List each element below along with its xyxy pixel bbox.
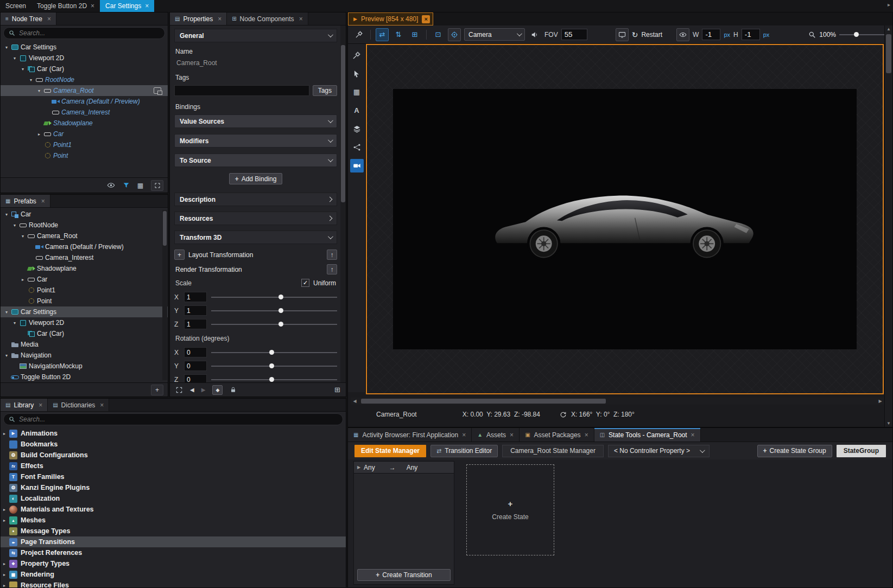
scrollbar-thumb[interactable] [886, 34, 891, 73]
tree-item[interactable]: Point [1, 296, 168, 306]
expander-icon[interactable]: ▾ [11, 56, 18, 61]
tree-item[interactable]: ▸ Car [1, 274, 168, 285]
axis-value-input[interactable] [184, 361, 207, 371]
tags-input[interactable] [174, 85, 309, 96]
tab-preview[interactable]: ▶ Preview [854 x 480] × [348, 12, 433, 25]
library-item[interactable]: Page Transitions [1, 536, 346, 547]
restart-button[interactable]: ↻ Restart [632, 30, 662, 39]
expander-icon[interactable]: ▾ [19, 234, 27, 239]
tree-item[interactable]: Media [1, 339, 168, 350]
library-item[interactable]: ▸ Property Types [1, 558, 346, 569]
tree-item[interactable]: Camera_Interest [1, 252, 168, 263]
scrollbar-thumb[interactable] [163, 211, 167, 246]
tab-prefabs[interactable]: ▦ Prefabs × [1, 195, 50, 207]
camera-select[interactable]: Camera [464, 28, 525, 41]
close-icon[interactable]: × [510, 431, 514, 439]
slider-handle[interactable] [278, 308, 283, 313]
tree-item[interactable]: Camera (Default / Preview) [1, 241, 168, 252]
tab-node-tree[interactable]: ≡ Node Tree × [1, 12, 56, 25]
close-icon[interactable]: × [91, 2, 94, 10]
width-input[interactable] [702, 29, 720, 40]
collapsed-section-header[interactable]: Resources [174, 212, 337, 225]
main-tab[interactable]: Toggle Button 2D × [31, 0, 100, 12]
add-binding-button[interactable]: + Add Binding [229, 173, 283, 184]
expander-icon[interactable]: ▾ [27, 78, 35, 82]
library-item[interactable]: Build Configurations [1, 450, 346, 461]
collapsed-section-header[interactable]: Description [174, 193, 337, 206]
pop-out-icon[interactable] [151, 180, 163, 191]
main-tab[interactable]: Car Settings × [100, 0, 154, 12]
axis-slider[interactable] [211, 375, 337, 383]
axis-value-input[interactable] [184, 292, 207, 302]
tree-item[interactable]: ▾ RootNode [1, 74, 168, 85]
binding-dropdown[interactable]: Modifiers [174, 134, 337, 148]
zoom-slider[interactable] [839, 30, 888, 39]
scroll-up-icon[interactable]: ▲ [885, 25, 892, 33]
add-layout-transformation-icon[interactable]: + [174, 250, 185, 260]
tree-item[interactable]: ▾ Viewport 2D [1, 317, 168, 328]
tree-item[interactable]: ▸ Car [1, 129, 168, 139]
scrollbar-thumb[interactable] [341, 45, 345, 202]
close-icon[interactable]: × [41, 197, 45, 205]
expander-icon[interactable]: ▸ [1, 518, 8, 523]
layers-tool-icon[interactable] [350, 122, 364, 136]
expander-icon[interactable]: ▸ [1, 507, 8, 512]
expander-icon[interactable]: ▾ [3, 310, 10, 315]
filter-icon[interactable] [123, 182, 130, 189]
section-general[interactable]: General [174, 29, 337, 42]
state-manager-canvas[interactable]: ▶ Any → Any + Create Transition + Create… [348, 459, 892, 587]
tree-item[interactable]: ▾ Camera_Root [1, 85, 168, 96]
panel-expander-icon[interactable]: ▸ [888, 2, 890, 8]
close-icon[interactable]: × [39, 401, 42, 409]
close-icon[interactable]: × [218, 15, 221, 23]
tags-button[interactable]: Tags [313, 85, 337, 96]
expander-icon[interactable]: ▾ [3, 45, 10, 50]
library-item[interactable]: ▸ Materials and Textures [1, 504, 346, 515]
push-value-icon[interactable]: ↑ [327, 250, 337, 260]
tree-item[interactable]: Shadowplane [1, 263, 168, 274]
axis-slider[interactable] [211, 306, 337, 315]
binding-dropdown[interactable]: Value Sources [174, 114, 337, 128]
hierarchy-tool-icon[interactable] [350, 140, 364, 154]
expander-icon[interactable]: ▸ [1, 431, 8, 436]
close-icon[interactable]: × [585, 431, 588, 439]
slider-handle[interactable] [278, 322, 283, 327]
bottom-tab[interactable]: State Tools - Camera_Root × [594, 428, 701, 442]
grid-tool-icon[interactable]: ▦ [350, 85, 364, 99]
state-group-button[interactable]: StateGroup [837, 445, 886, 457]
library-tab[interactable]: ▤ Library × [1, 399, 48, 411]
section-transform-3d[interactable]: Transform 3D [174, 231, 337, 244]
close-icon[interactable]: × [462, 431, 466, 439]
axis-slider[interactable] [211, 293, 337, 302]
tree-item[interactable]: NavigationMockup [1, 361, 168, 372]
lock-icon[interactable] [230, 386, 237, 393]
main-tab[interactable]: Screen [0, 0, 31, 12]
binding-dropdown[interactable]: To Source [174, 154, 337, 167]
bottom-tab[interactable]: Asset Packages × [520, 428, 594, 442]
create-transition-button[interactable]: + Create Transition [357, 569, 451, 581]
library-item[interactable]: Localization [1, 493, 346, 504]
tree-item[interactable]: Toggle Button 2D [1, 372, 168, 382]
expander-icon[interactable]: ▾ [11, 223, 18, 228]
node-tree-search[interactable] [3, 27, 165, 39]
tree-item[interactable]: Point1 [1, 139, 168, 150]
expander-icon[interactable]: ▾ [35, 88, 43, 93]
next-keyframe-icon[interactable]: ▶ [201, 387, 206, 393]
slider-handle[interactable] [269, 377, 274, 382]
axis-value-input[interactable] [184, 374, 207, 382]
tree-item[interactable]: ▾ Car Settings [1, 42, 168, 53]
tree-item[interactable]: Car (Car) [1, 328, 168, 339]
transform-gizmo-icon[interactable] [175, 386, 183, 394]
tree-item[interactable]: ▾ Navigation [1, 350, 168, 361]
library-item[interactable]: Bookmarks [1, 439, 346, 450]
tree-item[interactable]: Shadowplane [1, 118, 168, 129]
select-tool-icon[interactable] [350, 67, 364, 80]
scroll-down-icon[interactable]: ▼ [885, 420, 892, 427]
tree-item[interactable]: ▾ Car Settings [1, 306, 168, 317]
expander-icon[interactable]: ▾ [3, 353, 10, 358]
property-grid-settings-icon[interactable]: ⊞ [334, 386, 340, 394]
close-icon[interactable]: × [422, 15, 430, 23]
close-icon[interactable]: × [299, 15, 303, 23]
expander-icon[interactable]: ▸ [1, 561, 8, 566]
library-item[interactable]: Font Families [1, 471, 346, 482]
